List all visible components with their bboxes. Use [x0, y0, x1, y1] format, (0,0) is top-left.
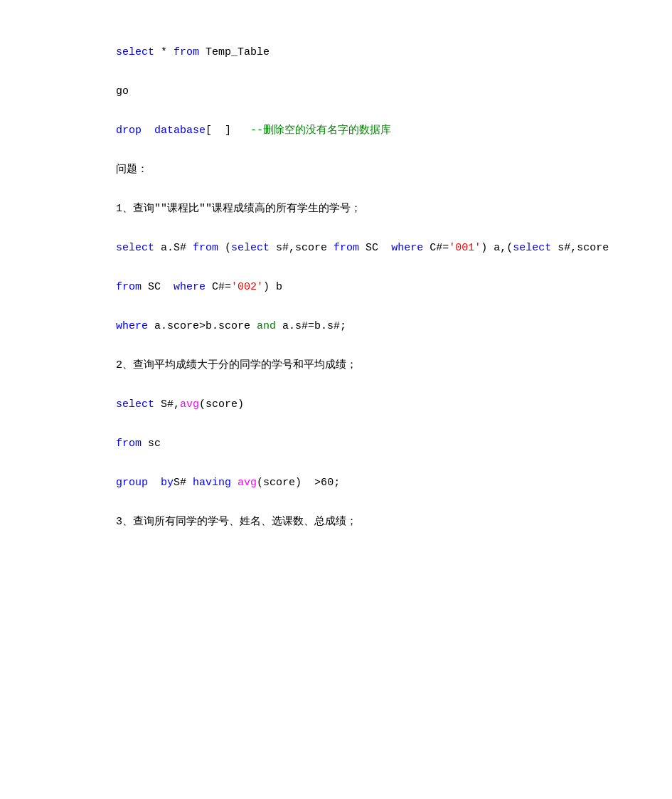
code-line-1: select * from Temp_Table — [116, 43, 672, 62]
questions-header: 问题： — [116, 160, 672, 179]
section-questions: 问题： — [116, 160, 672, 179]
query-1-line2: from SC where C#='002') b — [116, 277, 672, 297]
query-2-from: from sc — [116, 434, 672, 453]
query-2-line1: select S#,avg(score) — [116, 395, 672, 414]
code-line-drop: drop database[ ] --删除空的没有名字的数据库 — [116, 121, 672, 140]
query-2-select: select S#,avg(score) — [116, 395, 672, 414]
query-2-line3: group byS# having avg(score) >60; — [116, 473, 672, 492]
question-1-header: 1、查询""课程比""课程成绩高的所有学生的学号； — [116, 199, 672, 218]
query-1-from-sc: from SC where C#='002') b — [116, 277, 672, 297]
question-2-text: 2、查询平均成绩大于分的同学的学号和平均成绩； — [116, 356, 672, 375]
query-1-where: where a.score>b.score and a.s#=b.s#; — [116, 317, 672, 336]
question-3-text: 3、查询所有同学的学号、姓名、选课数、总成绩； — [116, 512, 672, 531]
go-statement: go — [116, 82, 672, 101]
select-from-temp-table: select * from Temp_Table — [116, 43, 672, 62]
question-2-header: 2、查询平均成绩大于分的同学的学号和平均成绩； — [116, 356, 672, 375]
query-1-line3: where a.score>b.score and a.s#=b.s#; — [116, 317, 672, 336]
query-1-line1: select a.S# from (select s#,score from S… — [116, 238, 672, 258]
query-2-group: group byS# having avg(score) >60; — [116, 473, 672, 492]
query-2-line2: from sc — [116, 434, 672, 453]
question-1-text: 1、查询""课程比""课程成绩高的所有学生的学号； — [116, 199, 672, 218]
drop-database-statement: drop database[ ] --删除空的没有名字的数据库 — [116, 121, 672, 140]
code-content: select * from Temp_Table go drop databas… — [116, 43, 672, 531]
code-line-go: go — [116, 82, 672, 101]
query-1-select: select a.S# from (select s#,score from S… — [116, 238, 672, 258]
question-3-header: 3、查询所有同学的学号、姓名、选课数、总成绩； — [116, 512, 672, 531]
